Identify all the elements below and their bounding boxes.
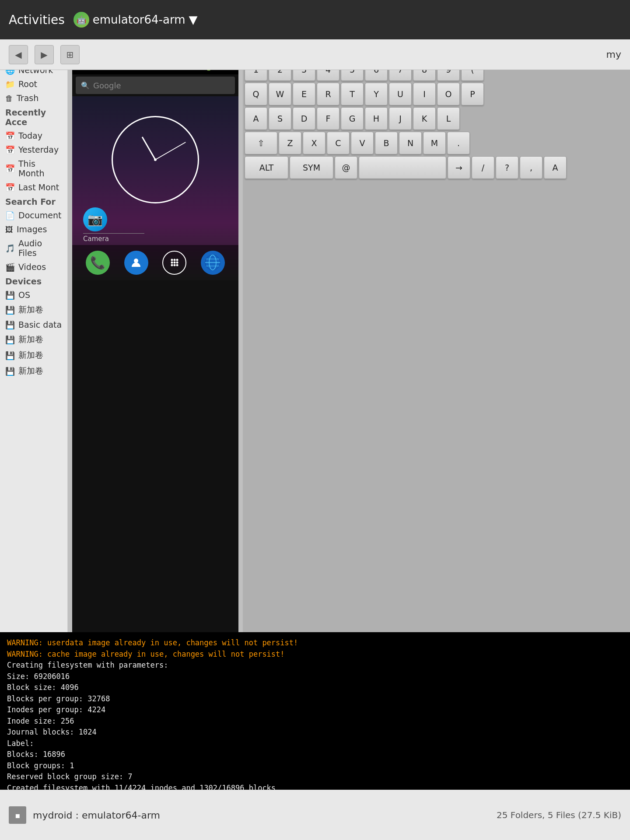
key-alt[interactable]: ALT bbox=[245, 156, 288, 179]
key-k[interactable]: K bbox=[413, 107, 436, 130]
app-title-button[interactable]: 🤖 emulator64-arm ▼ bbox=[74, 12, 198, 28]
vol4-icon: 💾 bbox=[5, 367, 15, 376]
audio-label: Audio Files bbox=[18, 238, 62, 258]
clock-hour-hand bbox=[142, 136, 156, 160]
key-q[interactable]: Q bbox=[245, 83, 267, 105]
documents-icon: 📄 bbox=[5, 211, 15, 220]
sidebar-item-documents[interactable]: 📄 Document bbox=[0, 208, 67, 222]
activities-button[interactable]: Activities bbox=[9, 13, 65, 27]
key-at[interactable]: @ bbox=[335, 156, 357, 179]
key-b[interactable]: B bbox=[375, 132, 398, 154]
root-icon: 📁 bbox=[5, 80, 15, 89]
audio-icon: 🎵 bbox=[5, 244, 15, 253]
dropdown-arrow: ▼ bbox=[189, 13, 197, 26]
key-p[interactable]: P bbox=[461, 83, 484, 105]
key-comma[interactable]: , bbox=[520, 156, 542, 179]
key-f[interactable]: F bbox=[317, 107, 340, 130]
key-r[interactable]: R bbox=[317, 83, 340, 105]
search-label: Google bbox=[93, 81, 121, 90]
back-button[interactable]: ◀ bbox=[9, 45, 28, 64]
sidebar-item-yesterday[interactable]: 📅 Yesterday bbox=[0, 143, 67, 157]
images-label: Images bbox=[17, 224, 47, 234]
keyboard-asdf-row: A S D F G H J K L bbox=[245, 107, 628, 130]
key-u[interactable]: U bbox=[389, 83, 412, 105]
terminal-line-2: WARNING: cache image already in use, cha… bbox=[7, 649, 623, 660]
key-m[interactable]: M bbox=[423, 132, 446, 154]
android-dock: 📞 bbox=[72, 245, 238, 280]
key-j[interactable]: J bbox=[389, 107, 412, 130]
key-t[interactable]: T bbox=[341, 83, 364, 105]
key-h[interactable]: H bbox=[365, 107, 388, 130]
sidebar-item-vol2[interactable]: 💾 新加卷 bbox=[0, 332, 67, 347]
svg-point-2 bbox=[173, 259, 175, 261]
key-space[interactable] bbox=[359, 156, 446, 179]
svg-point-7 bbox=[171, 264, 173, 266]
sidebar-item-today[interactable]: 📅 Today bbox=[0, 129, 67, 143]
app-name-label: emulator64-arm bbox=[93, 13, 186, 26]
key-arrow-right[interactable]: → bbox=[448, 156, 470, 179]
android-search-bar[interactable]: 🔍 Google bbox=[76, 77, 235, 94]
key-x[interactable]: X bbox=[303, 132, 326, 154]
vol2-label: 新加卷 bbox=[18, 334, 43, 345]
terminal-line-8: Inode size: 256 bbox=[7, 716, 623, 727]
sidebar-item-lastmonth[interactable]: 📅 Last Mont bbox=[0, 180, 67, 194]
key-slash[interactable]: / bbox=[472, 156, 494, 179]
status-text-label: mydroid : emulator64-arm bbox=[33, 810, 160, 821]
sidebar-item-images[interactable]: 🖼 Images bbox=[0, 222, 67, 236]
dock-apps-button[interactable] bbox=[162, 251, 186, 275]
grid-view-button[interactable]: ⊞ bbox=[60, 45, 80, 64]
key-n[interactable]: N bbox=[399, 132, 422, 154]
sidebar-item-trash[interactable]: 🗑 Trash bbox=[0, 91, 67, 105]
key-y[interactable]: Y bbox=[365, 83, 388, 105]
key-e[interactable]: E bbox=[293, 83, 315, 105]
sidebar-item-vol3[interactable]: 💾 新加卷 bbox=[0, 347, 67, 363]
sidebar-item-videos[interactable]: 🎬 Videos bbox=[0, 260, 67, 274]
sidebar-item-basic[interactable]: 💾 Basic data bbox=[0, 318, 67, 332]
dock-phone-button[interactable]: 📞 bbox=[86, 251, 110, 275]
sidebar-item-vol4[interactable]: 💾 新加卷 bbox=[0, 363, 67, 379]
dock-browser-button[interactable] bbox=[201, 251, 225, 275]
key-question[interactable]: ? bbox=[496, 156, 518, 179]
camera-label: Camera bbox=[83, 235, 109, 243]
key-v[interactable]: V bbox=[351, 132, 374, 154]
status-bar: ▪ mydroid : emulator64-arm 25 Folders, 5… bbox=[0, 790, 630, 840]
yesterday-icon: 📅 bbox=[5, 145, 15, 154]
key-dot[interactable]: . bbox=[447, 132, 470, 154]
key-shift[interactable]: ⇧ bbox=[245, 132, 277, 154]
sidebar-item-thismonth[interactable]: 📅 This Month bbox=[0, 157, 67, 180]
videos-icon: 🎬 bbox=[5, 262, 15, 272]
key-sym[interactable]: SYM bbox=[290, 156, 333, 179]
svg-point-4 bbox=[171, 262, 173, 264]
key-l[interactable]: L bbox=[437, 107, 460, 130]
dock-contacts-button[interactable] bbox=[124, 251, 148, 275]
key-i[interactable]: I bbox=[413, 83, 436, 105]
terminal-line-10: Label: bbox=[7, 738, 623, 749]
key-w[interactable]: W bbox=[269, 83, 291, 105]
today-icon: 📅 bbox=[5, 131, 15, 140]
svg-point-9 bbox=[176, 264, 178, 266]
virtual-keyboard: 1 2 3 4 5 6 7 8 9 ( Q W E R T Y U I O P … bbox=[243, 55, 630, 632]
forward-button[interactable]: ▶ bbox=[35, 45, 54, 64]
sidebar-item-audio[interactable]: 🎵 Audio Files bbox=[0, 236, 67, 260]
vol4-label: 新加卷 bbox=[18, 365, 43, 377]
key-g[interactable]: G bbox=[341, 107, 364, 130]
sidebar-item-vol1[interactable]: 💾 新加卷 bbox=[0, 302, 67, 318]
key-z[interactable]: Z bbox=[279, 132, 301, 154]
key-a[interactable]: A bbox=[245, 107, 267, 130]
camera-shortcut-icon[interactable]: 📷 bbox=[83, 207, 107, 231]
sidebar-item-root[interactable]: 📁 Root bbox=[0, 77, 67, 91]
key-c[interactable]: C bbox=[327, 132, 350, 154]
lastmonth-icon: 📅 bbox=[5, 183, 15, 192]
recent-section-label: Recently Acce bbox=[0, 105, 67, 129]
os-label: OS bbox=[18, 290, 30, 300]
key-d[interactable]: D bbox=[293, 107, 315, 130]
sidebar-item-os[interactable]: 💾 OS bbox=[0, 288, 67, 302]
terminal-taskbar-button[interactable]: ▪ bbox=[9, 806, 26, 824]
documents-label: Document bbox=[18, 210, 61, 220]
key-s[interactable]: S bbox=[269, 107, 291, 130]
key-a2[interactable]: A bbox=[544, 156, 567, 179]
key-o[interactable]: O bbox=[437, 83, 460, 105]
forward-icon: ▶ bbox=[41, 49, 47, 60]
images-icon: 🖼 bbox=[5, 225, 13, 234]
keyboard-qwerty-row: Q W E R T Y U I O P bbox=[245, 83, 628, 105]
